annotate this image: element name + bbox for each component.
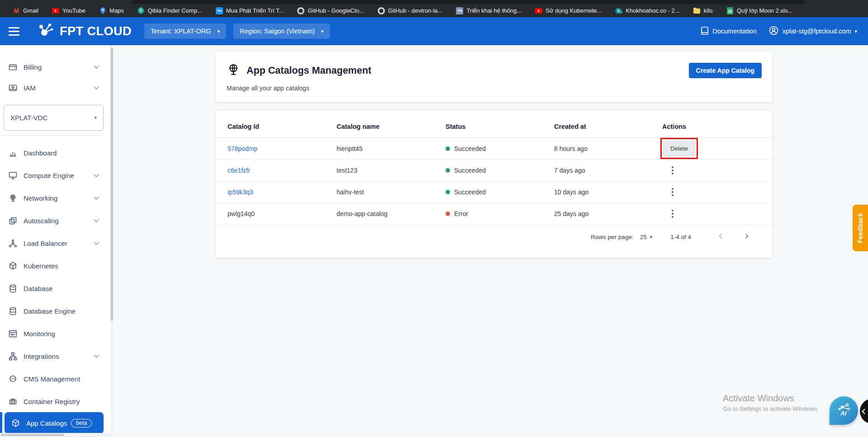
bookmark-label: Quỹ lớp Moon 2.xls... <box>737 7 792 14</box>
chevron-down-icon <box>94 352 99 357</box>
sidebar-item-label: IAM <box>24 84 95 92</box>
delete-button[interactable]: Delete <box>663 141 695 156</box>
created-at: 25 days ago <box>554 210 662 217</box>
bookmark-item[interactable]: k8s <box>693 7 713 14</box>
status-cell: Succeeded <box>446 188 554 196</box>
sidebar-item-compute-engine[interactable]: Compute Engine <box>0 164 104 187</box>
sidebar-item-database-engine[interactable]: Database Engine <box>0 300 104 322</box>
db-icon <box>8 284 18 293</box>
table-row: c6e1fzfrtest123Succeeded7 days ago <box>216 160 773 181</box>
bookmark-item[interactable]: Sử dụng Kubernete... <box>535 7 602 14</box>
active-item-accent <box>0 412 2 434</box>
bookmark-label: YouTube <box>62 7 85 14</box>
bookmark-item[interactable]: SKhokhoahoc.co - 2... <box>615 7 679 14</box>
sidebar-scrollbar-vertical[interactable] <box>110 45 114 433</box>
menu-button[interactable] <box>0 17 28 45</box>
sidebar-item-cms-management[interactable]: CMSCMS Management <box>0 367 104 390</box>
sidebar-item-integrations[interactable]: Integrations <box>0 345 104 367</box>
actions-cell <box>662 207 773 221</box>
sidebar-item-kubernetes[interactable]: Kubernetes <box>0 254 104 277</box>
sidebar-item-app-catalogs[interactable]: App Catalogs beta <box>5 412 104 434</box>
sidebar-item-label: Compute Engine <box>24 172 95 179</box>
table-header-row: Catalog IdCatalog nameStatusCreated atAc… <box>216 111 773 138</box>
fpt-cloud-logo[interactable]: FPT CLOUD <box>38 23 132 40</box>
column-header-created-at: Created at <box>554 123 662 130</box>
sidebar-item-dashboard[interactable]: Dashboard <box>0 141 104 164</box>
globe-icon <box>8 193 18 203</box>
feedback-tab[interactable]: Feedback <box>853 205 868 251</box>
actions-cell <box>662 164 773 177</box>
documentation-link[interactable]: Documentation <box>701 26 757 37</box>
row-actions-menu-icon[interactable] <box>666 207 679 221</box>
sidebar-item-label: CMS Management <box>24 375 104 383</box>
rows-per-page-select[interactable]: 25 ▾ <box>640 234 653 240</box>
catalog-id-link[interactable]: 578podmp <box>228 145 337 152</box>
catalog-id-text: pwlg14q0 <box>228 210 337 217</box>
bookmark-item[interactable]: Qibla Finder Comp... <box>138 7 202 14</box>
sidebar-scrollbar-horizontal[interactable] <box>0 433 114 437</box>
sidebar-item-networking[interactable]: Networking <box>0 187 104 209</box>
ai-chat-button[interactable]: AI <box>830 396 858 425</box>
chevron-down-icon: ▾ <box>650 234 653 240</box>
user-menu[interactable]: xplat-stg@fptcloud.com ▾ <box>768 25 857 37</box>
globe-icon <box>227 63 240 78</box>
document-icon <box>701 26 709 37</box>
sidebar-item-label: Billing <box>24 63 95 71</box>
app-header: FPT CLOUD Tenant: XPLAT-ORG▾ Region: Sai… <box>0 17 868 45</box>
bookmark-item[interactable]: MGmail <box>13 7 38 14</box>
chevron-down-icon: ▾ <box>321 28 324 34</box>
table-row: 578podmphienptt45Succeeded8 hours agoDel… <box>216 138 773 160</box>
status-cell: Error <box>446 210 554 217</box>
sidebar-item-load-balancer[interactable]: Load Balancer <box>0 232 104 254</box>
chevron-down-icon <box>94 84 99 89</box>
table-row: ip59k3q3haihv-testSucceeded10 days ago <box>216 181 773 203</box>
bookmark-item[interactable]: TIKIMua Phát Triển Trí T... <box>216 7 284 14</box>
status-text: Succeeded <box>454 167 486 174</box>
bookmark-item[interactable]: Maps <box>99 7 124 14</box>
bookmark-label: k8s <box>704 7 713 14</box>
row-actions-menu-icon[interactable] <box>666 164 679 177</box>
bookmark-label: Triển khai hệ thống... <box>466 7 522 14</box>
sidebar-item-autoscaling[interactable]: Autoscaling <box>0 209 104 232</box>
sidebar-item-label: Load Balancer <box>24 240 95 247</box>
bookmark-item[interactable]: Quỹ lớp Moon 2.xls... <box>726 7 792 14</box>
sidebar-item-container-registry[interactable]: Container Registry <box>0 390 104 413</box>
sidebar-item-iam[interactable]: IAM <box>0 77 104 98</box>
status-text: Succeeded <box>454 145 486 152</box>
svg-text:AI: AI <box>840 410 846 417</box>
idcard-icon <box>8 83 18 93</box>
vdc-selector[interactable]: XPLAT-VDC ▾ <box>4 105 104 131</box>
browser-bookmarks-bar: MGmailYouTubeMapsQibla Finder Comp...TIK… <box>0 0 868 17</box>
browser-active-tab-edge <box>131 0 805 4</box>
github-icon <box>378 7 385 14</box>
chart-icon <box>8 148 18 158</box>
bookmark-label: Gmail <box>23 7 38 14</box>
status-dot-icon <box>446 146 450 151</box>
integrations-icon <box>8 352 18 361</box>
youtube-icon <box>535 7 542 14</box>
tenant-selector[interactable]: Tenant: XPLAT-ORG▾ <box>144 23 226 39</box>
catalog-id-link[interactable]: c6e1fzfr <box>228 167 337 174</box>
sidebar-item-monitoring[interactable]: Monitoring <box>0 322 104 345</box>
row-actions-menu-icon[interactable] <box>666 185 679 199</box>
next-page-button[interactable] <box>740 231 752 243</box>
catalog-name: test123 <box>337 167 446 174</box>
bookmark-label: GitHub - devtron-la... <box>388 7 443 14</box>
bookmark-item[interactable]: GitHub - devtron-la... <box>378 7 443 14</box>
ai-molecule-icon: AI <box>836 402 852 420</box>
sidebar-item-label: Database <box>24 285 104 292</box>
sidebar-item-label: Autoscaling <box>24 217 95 225</box>
region-selector[interactable]: Region: Saigon (Vietnam)▾ <box>233 23 330 39</box>
sidebar-item-database[interactable]: Database <box>0 277 104 300</box>
previous-page-button[interactable] <box>716 231 727 243</box>
create-app-catalog-button[interactable]: Create App Catalog <box>689 63 762 78</box>
bookmark-item[interactable]: YouTube <box>52 7 85 14</box>
bookmark-item[interactable]: VNTriển khai hệ thống... <box>456 7 522 14</box>
chevron-down-icon <box>94 217 99 222</box>
sidebar-item-billing[interactable]: Billing <box>0 56 104 77</box>
column-header-status: Status <box>446 123 554 130</box>
catalog-id-link[interactable]: ip59k3q3 <box>228 188 337 196</box>
svg-text:S: S <box>617 9 620 13</box>
svg-text:CMS: CMS <box>10 378 16 380</box>
bookmark-item[interactable]: GitHub - GoogleClo... <box>297 7 364 14</box>
